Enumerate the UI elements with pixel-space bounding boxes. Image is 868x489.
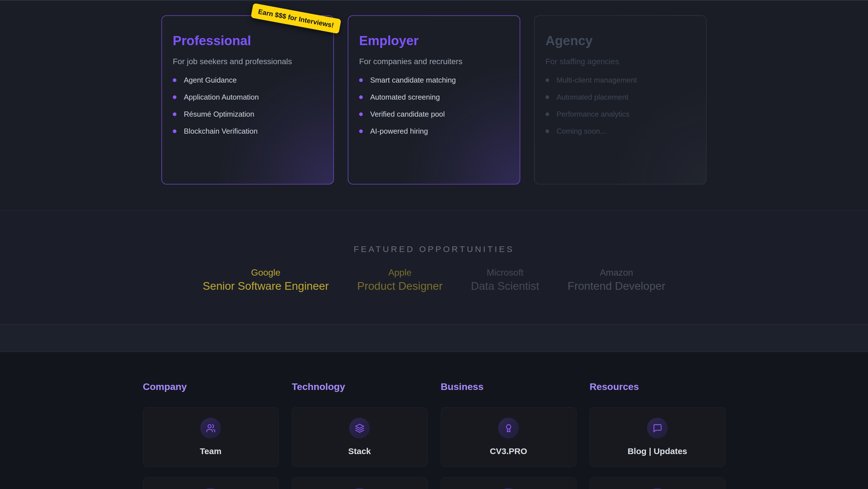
footer-column-heading: Business	[441, 381, 577, 393]
footer-column-heading: Technology	[292, 381, 428, 393]
footer-column-heading: Company	[143, 381, 279, 393]
featured-opportunities-section: FEATURED OPPORTUNITIES Google Senior Sof…	[0, 210, 868, 324]
plan-feature-list: Smart candidate matching Automated scree…	[359, 75, 509, 136]
footer-card-label: CV3.PRO	[490, 447, 527, 456]
layers-icon	[355, 424, 365, 433]
job-company: Microsoft	[471, 267, 539, 278]
plan-feature: Agent Guidance	[173, 75, 322, 85]
plan-feature: Blockchain Verification	[173, 126, 322, 136]
icon-circle	[200, 418, 221, 438]
users-icon	[206, 424, 216, 433]
plan-subtitle: For job seekers and professionals	[173, 57, 322, 66]
footer-card-blog-updates[interactable]: Blog | Updates	[590, 407, 725, 467]
footer-column-company: Company Team	[143, 381, 279, 489]
footer-card-partial[interactable]	[143, 477, 279, 489]
icon-circle	[498, 488, 519, 489]
plan-feature: Performance analytics	[546, 109, 695, 119]
footer: Company Team	[0, 352, 868, 489]
plan-feature-label: Verified candidate pool	[370, 110, 445, 119]
job-item-microsoft[interactable]: Microsoft Data Scientist	[471, 267, 539, 293]
plan-feature: Multi-client management	[546, 75, 695, 85]
footer-card-partial[interactable]	[441, 477, 577, 489]
icon-circle	[349, 488, 370, 489]
footer-column-business: Business CV3.PRO	[441, 381, 577, 489]
job-company: Amazon	[568, 267, 665, 278]
plan-feature-label: Agent Guidance	[184, 76, 237, 85]
plan-feature-label: Blockchain Verification	[184, 127, 257, 136]
footer-card-stack[interactable]: Stack	[292, 407, 428, 467]
plan-feature: Smart candidate matching	[359, 75, 509, 85]
plan-card-professional[interactable]: Professional For job seekers and profess…	[161, 15, 334, 184]
footer-column-resources: Resources Blog | Updates	[590, 381, 725, 489]
job-company: Apple	[357, 267, 442, 278]
job-item-apple[interactable]: Apple Product Designer	[357, 267, 442, 293]
award-icon	[504, 424, 514, 433]
plan-feature: AI-powered hiring	[359, 126, 509, 136]
plan-subtitle: For staffing agencies	[546, 57, 695, 66]
plan-feature: Coming soon...	[546, 126, 695, 136]
chat-bubble-icon	[653, 424, 662, 433]
plan-feature-label: AI-powered hiring	[370, 127, 428, 136]
plan-title: Agency	[546, 33, 695, 48]
plan-feature: Résumé Optimization	[173, 109, 322, 119]
icon-circle	[498, 418, 519, 438]
footer-card-label: Stack	[348, 447, 371, 456]
plan-feature-label: Multi-client management	[557, 76, 637, 85]
footer-grid: Company Team	[143, 381, 725, 489]
plan-feature-label: Performance analytics	[557, 110, 629, 119]
plan-feature-label: Automated placement	[557, 93, 628, 102]
job-item-google[interactable]: Google Senior Software Engineer	[203, 267, 329, 293]
icon-circle	[647, 488, 668, 489]
plan-feature-list: Agent Guidance Application Automation Ré…	[173, 75, 322, 136]
plans-row: Professional For job seekers and profess…	[161, 15, 707, 184]
plan-card-agency: Agency For staffing agencies Multi-clien…	[534, 15, 707, 184]
job-title: Senior Software Engineer	[203, 280, 329, 293]
bullet-dot-icon	[173, 130, 177, 133]
bullet-dot-icon	[173, 78, 177, 82]
footer-card-label: Team	[200, 447, 221, 456]
plan-feature-list: Multi-client management Automated placem…	[546, 75, 695, 136]
bullet-dot-icon	[546, 112, 549, 116]
plan-feature-label: Résumé Optimization	[184, 110, 254, 119]
job-title: Frontend Developer	[568, 280, 665, 293]
footer-card-team[interactable]: Team	[143, 407, 279, 467]
icon-circle	[200, 488, 221, 489]
footer-card-cv3pro[interactable]: CV3.PRO	[441, 407, 577, 467]
footer-column-technology: Technology Stack	[292, 381, 428, 489]
plan-feature-label: Automated screening	[370, 93, 440, 102]
icon-circle	[647, 418, 668, 438]
bullet-dot-icon	[546, 130, 549, 133]
bullet-dot-icon	[359, 78, 363, 82]
plan-card-employer[interactable]: Employer For companies and recruiters Sm…	[348, 15, 520, 184]
featured-heading: FEATURED OPPORTUNITIES	[0, 244, 868, 254]
job-item-amazon[interactable]: Amazon Frontend Developer	[568, 267, 665, 293]
plans-section: Earn $$$ for Interviews! Professional Fo…	[0, 0, 868, 210]
plan-feature: Automated placement	[546, 92, 695, 102]
featured-jobs-row: Google Senior Software Engineer Apple Pr…	[0, 267, 868, 293]
plan-feature-label: Coming soon...	[557, 127, 606, 136]
plan-feature: Automated screening	[359, 92, 509, 102]
job-title: Data Scientist	[471, 280, 539, 293]
bullet-dot-icon	[546, 78, 549, 82]
footer-card-label: Blog | Updates	[627, 447, 687, 456]
bullet-dot-icon	[173, 95, 177, 99]
icon-circle	[349, 418, 370, 438]
footer-card-partial[interactable]	[590, 477, 725, 489]
footer-card-partial[interactable]	[292, 477, 428, 489]
plan-subtitle: For companies and recruiters	[359, 57, 509, 66]
plan-feature-label: Application Automation	[184, 93, 259, 102]
plan-title: Professional	[173, 33, 322, 48]
bullet-dot-icon	[359, 112, 363, 116]
plan-feature: Verified candidate pool	[359, 109, 509, 119]
bullet-dot-icon	[359, 130, 363, 133]
section-divider-band	[0, 324, 868, 352]
bullet-dot-icon	[546, 95, 549, 99]
plan-title: Employer	[359, 33, 509, 48]
footer-column-heading: Resources	[590, 381, 725, 393]
page: Earn $$$ for Interviews! Professional Fo…	[0, 0, 868, 489]
bullet-dot-icon	[173, 112, 177, 116]
plan-feature-label: Smart candidate matching	[370, 76, 456, 85]
bullet-dot-icon	[359, 95, 363, 99]
job-company: Google	[203, 267, 329, 278]
plan-feature: Application Automation	[173, 92, 322, 102]
